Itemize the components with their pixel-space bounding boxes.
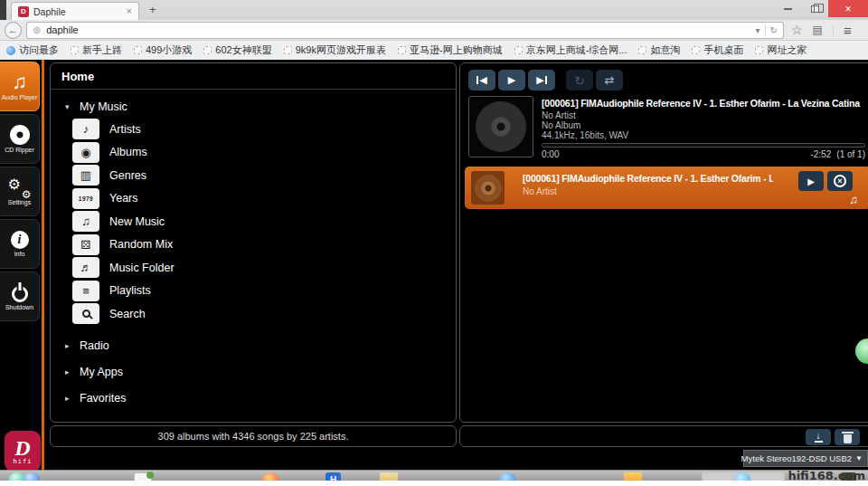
chevron-right-icon: ▸ [65,394,72,403]
minimize-button[interactable] [774,0,801,17]
years-icon: 1979 [72,188,99,209]
reload-icon[interactable]: ↻ [770,25,778,35]
random-mix-icon: ⚄ [72,234,99,255]
bookmark-placeholder-icon [692,46,700,54]
section-radio[interactable]: ▸ Radio [65,339,447,352]
now-playing-note-icon: ♫ [849,193,858,206]
daphile-app: ♫ Audio Player CD Ripper ⚙⚙ Settings i I… [0,60,868,470]
tab-daphile[interactable]: D Daphile × [11,2,139,20]
restore-icon [811,5,819,13]
taskbar-skype-icon[interactable] [734,472,750,481]
menu-item-genres[interactable]: ▥ Genres [60,164,447,187]
taskbar-blue-circle-icon[interactable] [499,472,515,481]
menu-item-search[interactable]: Search [60,302,447,326]
bookmark-item[interactable]: 499小游戏 [134,43,192,57]
taskbar-spheres-icon[interactable] [9,472,45,481]
bookmark-placeholder-icon [134,46,142,54]
next-button[interactable]: ▶ [528,70,555,91]
menu-item-music-folder[interactable]: ♬ Music Folder [60,256,447,280]
playlist-item-current[interactable]: [000061] FIMAudiophile Reference IV - 1.… [465,167,868,209]
bookmark-placeholder-icon [284,46,292,54]
taskbar-document-icon[interactable] [134,472,152,481]
sidebar-item-settings[interactable]: ⚙⚙ Settings [0,167,40,216]
shuffle-button[interactable]: ⇄ [596,70,623,91]
back-button[interactable]: ← [5,22,22,39]
music-note-icon: ♫ [12,72,27,92]
playlist-item-art [471,171,505,205]
info-icon: i [11,231,29,249]
sidebar-item-info[interactable]: i Info [0,219,40,269]
url-dropdown-icon[interactable]: ▾ [756,25,760,35]
bookmark-item[interactable]: 访问最多 [6,43,59,57]
player-panel: ◀ ▶ ▶ ↻ ⇄ [000061] FIMAudiophile Referen… [459,62,868,423]
clipboard-icon[interactable]: ▤ [813,24,823,36]
taskbar-orange-icon[interactable] [262,472,278,481]
bookmark-item[interactable]: 新手上路 [71,43,122,57]
page-title: Home [51,63,456,90]
bookmark-item[interactable]: 京东网上商城-综合网... [514,43,627,57]
device-name: Mytek Stereo192-DSD USB2 [741,453,853,463]
menu-item-years[interactable]: 1979 Years [60,187,447,211]
bookmark-favicon [6,46,15,55]
album-art [468,96,533,157]
bookmark-item[interactable]: 亚马逊-网上购物商城 [398,43,503,57]
previous-button[interactable]: ◀ [468,70,495,91]
track-position: (1 of 1) [836,149,865,159]
section-my-music[interactable]: ▾ My Music [65,100,447,113]
playlist-item-title: [000061] FIMAudiophile Reference IV - 1.… [523,173,773,184]
menu-item-playlists[interactable]: ≡ Playlists [60,280,447,303]
bookmark-placeholder-icon [514,46,523,54]
chevron-down-icon: ▼ [855,454,863,462]
now-playing-title: [000061] FIMAudiophile Reference IV - 1.… [542,98,865,109]
save-playlist-button[interactable]: ↓ [806,429,831,445]
clear-playlist-button[interactable] [835,429,860,445]
trash-icon [844,434,852,443]
url-field[interactable]: ⊛ daphile ▾ ↻ [26,22,784,39]
taskbar-blue-square-icon[interactable]: H [326,472,341,481]
transport-controls: ◀ ▶ ▶ ↻ ⇄ [468,70,623,91]
bookmark-item[interactable]: 9k9k网页游戏开服表 [284,43,386,57]
minimize-icon [784,8,792,10]
daphile-favicon: D [18,6,29,17]
section-favorites[interactable]: ▸ Favorites [65,392,447,405]
bookmark-item[interactable]: 网址之家 [755,43,807,57]
repeat-button[interactable]: ↻ [566,70,593,91]
play-button[interactable]: ▶ [498,70,525,91]
sidebar-item-shutdown[interactable]: Shutdown [0,272,40,321]
tab-close-icon[interactable]: × [127,6,132,16]
playlist-play-button[interactable]: ▶ [798,171,824,191]
windows-taskbar: H [0,470,868,481]
audio-device-selector[interactable]: Mytek Stereo192-DSD USB2 ▼ [743,450,868,467]
artists-icon: ♪ [72,119,99,139]
screen-edge [0,481,868,486]
bookmark-item[interactable]: 如意淘 [638,43,680,57]
hamburger-menu-icon[interactable]: ≡ [844,23,852,38]
playlists-icon: ≡ [72,281,99,301]
bookmark-placeholder-icon [71,46,79,54]
bookmark-placeholder-icon [203,46,212,54]
browser-chrome: D Daphile × + × ← ⊛ daphile ▾ ↻ ☆ ▤ ≡ [0,0,868,60]
playlist-remove-button[interactable]: × [827,171,853,191]
sidebar-item-cd-ripper[interactable]: CD Ripper [0,114,40,164]
taskbar-folder-icon[interactable] [380,472,398,481]
playlist-item-artist: No Artist [523,186,557,196]
new-tab-button[interactable]: + [149,3,156,16]
sidebar-item-audio-player[interactable]: ♫ Audio Player [0,62,40,111]
bookmark-item[interactable]: 手机桌面 [692,43,743,57]
restore-button[interactable] [801,0,828,17]
menu-item-albums[interactable]: ◉ Albums [60,141,447,165]
bookmark-star-icon[interactable]: ☆ [791,23,803,37]
remaining-time: -2:52 [811,149,832,159]
now-playing-format: 44.1kHz, 16bits, WAV [542,130,628,140]
menu-item-artists[interactable]: ♪ Artists [60,118,447,141]
bookmark-item[interactable]: 602女神联盟 [203,43,271,57]
bookmark-placeholder-icon [638,46,646,54]
progress-bar[interactable] [542,143,865,148]
tab-title: Daphile [33,6,66,17]
taskbar-orange-folder-icon[interactable] [624,472,642,481]
menu-item-new-music[interactable]: ♫ New Music [60,210,447,233]
new-music-icon: ♫ [72,211,99,232]
close-button[interactable]: × [828,0,868,17]
menu-item-random-mix[interactable]: ⚄ Random Mix [60,233,447,257]
section-my-apps[interactable]: ▸ My Apps [65,366,447,378]
